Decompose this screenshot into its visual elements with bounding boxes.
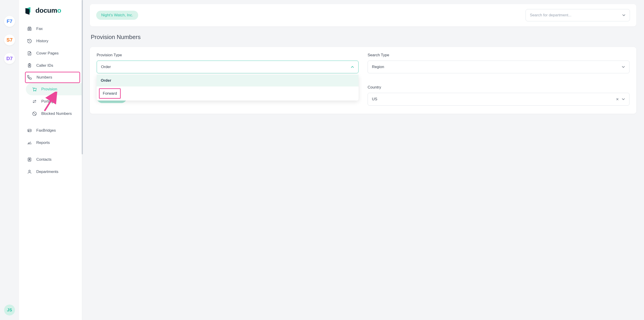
sidebar-item-label: Caller IDs — [36, 63, 53, 68]
country-value: US — [372, 97, 377, 102]
sidebar-item-label: History — [36, 39, 48, 43]
page-title: Provision Numbers — [90, 34, 636, 40]
sidebar-item-label: Porting — [41, 99, 54, 104]
sidebar: documo FaxHistoryCover PagesCaller IDsNu… — [19, 0, 82, 320]
device-icon — [27, 128, 32, 133]
app-switch-s[interactable]: S7 — [4, 34, 15, 46]
search-type-select[interactable]: Region — [368, 60, 630, 73]
svg-point-9 — [34, 90, 34, 91]
right-column: Search Type Region Country US ✕ — [368, 53, 630, 106]
app-rail: F7 S7 D7 JS — [0, 0, 19, 320]
cart-icon — [32, 86, 37, 92]
chevron-down-icon — [622, 65, 625, 69]
svg-point-5 — [29, 29, 30, 30]
user-icon — [27, 169, 32, 174]
sidebar-item-faxbridges[interactable]: FaxBridges — [19, 124, 82, 136]
sidebar-item-label: Reports — [36, 140, 50, 145]
svg-point-2 — [29, 28, 30, 28]
app-switch-f[interactable]: F7 — [4, 16, 15, 27]
svg-point-6 — [30, 29, 30, 30]
header-bar: Night's Watch, Inc. Search for departmen… — [90, 4, 636, 26]
svg-point-4 — [28, 29, 29, 30]
sidebar-item-reports[interactable]: Reports — [19, 136, 82, 149]
history-icon — [27, 38, 32, 44]
fax-icon — [27, 26, 32, 32]
sidebar-item-porting[interactable]: Porting — [19, 95, 82, 108]
sidebar-item-label: Numbers — [36, 75, 52, 80]
org-chip-label: Night's Watch, Inc. — [101, 13, 133, 17]
chevron-down-icon — [622, 14, 626, 17]
provision-type-select[interactable]: Order — [97, 60, 358, 73]
chart-icon — [27, 140, 32, 146]
contact-icon — [27, 157, 32, 162]
provision-panel: Provision Type Order Order Forward — [90, 47, 636, 114]
sidebar-item-history[interactable]: History — [19, 35, 82, 47]
sidebar-item-departments[interactable]: Departments — [19, 166, 82, 178]
document-icon — [27, 50, 32, 56]
provision-type-label: Provision Type — [97, 53, 358, 58]
sidebar-item-provision[interactable]: Provision — [26, 83, 82, 95]
clear-icon[interactable]: ✕ — [616, 97, 619, 102]
provision-type-field: Provision Type Order Order Forward — [97, 53, 358, 106]
swap-icon — [32, 99, 37, 104]
svg-point-1 — [28, 28, 29, 28]
sidebar-item-caller-ids[interactable]: Caller IDs — [19, 60, 82, 72]
search-type-label: Search Type — [368, 53, 630, 58]
app-switch-d[interactable]: D7 — [4, 53, 15, 64]
department-search[interactable]: Search for department... — [526, 9, 630, 21]
department-search-placeholder: Search for department... — [530, 13, 572, 18]
sidebar-item-label: FaxBridges — [36, 128, 56, 133]
sidebar-item-label: Blocked Numbers — [41, 112, 72, 116]
sidebar-item-label: Departments — [36, 170, 58, 174]
sidebar-item-fax[interactable]: Fax — [19, 23, 82, 35]
provision-type-option-order[interactable]: Order — [97, 75, 358, 86]
provision-type-value: Order — [101, 65, 111, 69]
sidebar-item-numbers[interactable]: Numbers — [25, 72, 80, 83]
block-icon — [32, 111, 37, 116]
country-label: Country — [368, 85, 630, 90]
sidebar-item-contacts[interactable]: Contacts — [19, 154, 82, 166]
user-avatar[interactable]: JS — [4, 304, 15, 316]
provision-type-dropdown: Order Forward — [97, 75, 358, 100]
svg-point-15 — [29, 159, 30, 160]
chevron-up-icon — [350, 65, 354, 69]
svg-point-13 — [28, 131, 29, 131]
brand-logo-mark — [26, 6, 33, 14]
sidebar-item-label: Provision — [41, 87, 57, 92]
id-badge-icon — [27, 63, 32, 68]
country-select[interactable]: US ✕ — [368, 93, 630, 106]
brand-logo-text: documo — [36, 6, 61, 14]
main-content: Night's Watch, Inc. Search for departmen… — [82, 0, 644, 320]
chevron-down-icon — [622, 97, 625, 101]
sidebar-item-label: Fax — [36, 26, 43, 31]
svg-point-8 — [29, 65, 30, 66]
phone-icon — [27, 75, 32, 80]
svg-point-16 — [28, 170, 30, 172]
svg-point-10 — [36, 90, 36, 91]
search-type-value: Region — [372, 65, 384, 69]
sidebar-item-cover-pages[interactable]: Cover Pages — [19, 47, 82, 60]
sidebar-item-label: Contacts — [36, 157, 52, 162]
svg-point-3 — [30, 28, 30, 28]
sidebar-item-blocked-numbers[interactable]: Blocked Numbers — [19, 108, 82, 120]
brand-logo[interactable]: documo — [19, 4, 82, 23]
sidebar-item-label: Cover Pages — [36, 51, 58, 56]
provision-type-option-forward[interactable]: Forward — [99, 88, 121, 99]
org-chip[interactable]: Night's Watch, Inc. — [96, 11, 138, 20]
